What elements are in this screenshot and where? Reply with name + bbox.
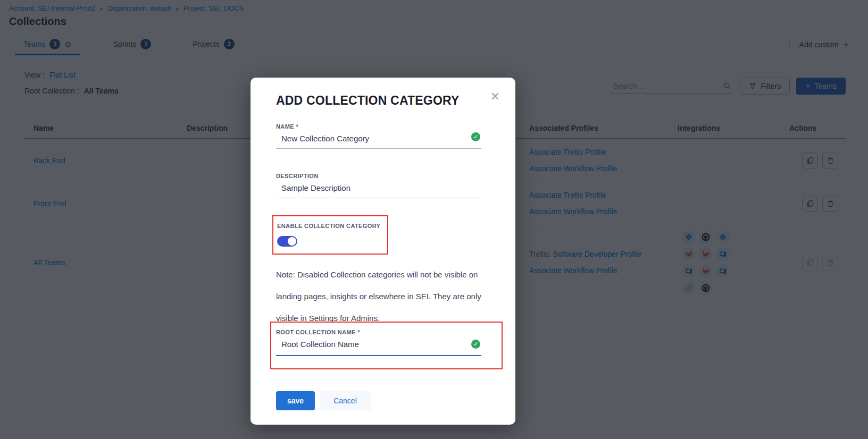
description-field-label: DESCRIPTION [276, 173, 481, 179]
modal-actions: save Cancel [276, 391, 371, 410]
description-input[interactable] [276, 179, 481, 198]
valid-check-icon: ✓ [471, 340, 480, 349]
modal-title: ADD COLLECTION CATEGORY [276, 94, 459, 108]
save-button[interactable]: save [276, 391, 315, 410]
disabled-category-note: Note: Disabled Collection categories wil… [276, 264, 492, 329]
add-collection-category-modal: ✕ ADD COLLECTION CATEGORY NAME * ✓ DESCR… [251, 78, 515, 425]
name-input[interactable] [276, 130, 481, 149]
collections-page: Account: SEI-Internal-Prod2 › Organizati… [0, 0, 868, 439]
name-field: NAME * ✓ [276, 123, 481, 149]
cancel-button[interactable]: Cancel [320, 391, 371, 410]
enable-category-label: ENABLE COLLECTION CATEGORY [277, 223, 387, 229]
enable-category-toggle[interactable] [277, 236, 297, 247]
valid-check-icon: ✓ [471, 132, 480, 141]
root-collection-field: ROOT COLLECTION NAME * ✓ [276, 329, 481, 356]
root-collection-input[interactable] [276, 335, 481, 356]
description-field: DESCRIPTION [276, 173, 481, 198]
close-icon[interactable]: ✕ [489, 90, 502, 103]
highlight-box-enable-category: ENABLE COLLECTION CATEGORY [272, 215, 388, 255]
root-collection-field-label: ROOT COLLECTION NAME * [276, 329, 481, 335]
name-field-label: NAME * [276, 123, 481, 130]
